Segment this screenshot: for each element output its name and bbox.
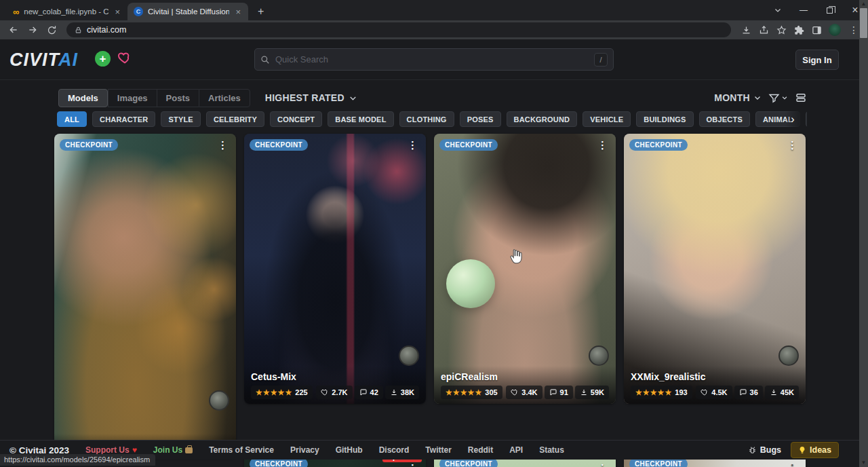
download-page-icon[interactable]: [738, 22, 754, 38]
footer-link-support-us[interactable]: Support Us♥: [85, 445, 137, 455]
card-menu-icon[interactable]: ⋮: [214, 138, 232, 153]
scroll-down-icon[interactable]: ▼: [859, 459, 868, 467]
chips-scroll-right-icon[interactable]: ›: [785, 111, 800, 127]
rating-count: 305: [485, 388, 497, 396]
chip-all[interactable]: ALL: [57, 111, 87, 127]
window-restore-button[interactable]: [816, 0, 842, 20]
rating-pill: ★★★★★193: [631, 386, 692, 399]
chip-clothing[interactable]: CLOTHING: [399, 111, 454, 127]
chip-poses[interactable]: POSES: [460, 111, 501, 127]
layout-toggle-button[interactable]: [795, 92, 807, 104]
share-icon[interactable]: [755, 22, 772, 38]
creator-avatar[interactable]: [589, 345, 609, 366]
chip-celebrity[interactable]: CELEBRITY: [206, 111, 264, 127]
quick-search-box[interactable]: /: [254, 48, 614, 71]
bug-icon: [748, 446, 757, 455]
footer-link-join-us[interactable]: Join Us: [153, 445, 193, 455]
card-menu-icon[interactable]: ⋮: [593, 138, 612, 153]
creator-avatar[interactable]: [778, 345, 799, 366]
card-menu-icon[interactable]: ⋮: [783, 461, 802, 467]
colab-icon: ∞: [13, 7, 19, 17]
footer-link-status[interactable]: Status: [539, 445, 564, 455]
sign-in-button[interactable]: Sign In: [795, 50, 839, 70]
search-shortcut-badge: /: [594, 53, 608, 67]
footer-link-api[interactable]: API: [509, 445, 523, 455]
model-type-badge: CHECKPOINT: [250, 139, 308, 151]
chip-background[interactable]: BACKGROUND: [507, 111, 578, 127]
forward-icon[interactable]: [24, 22, 41, 38]
new-tab-button[interactable]: +: [254, 5, 268, 18]
browser-status-bar: https://civitai.com/models/25694/epicrea…: [0, 454, 155, 466]
card-menu-icon[interactable]: ⋮: [593, 461, 612, 467]
chip-base-model[interactable]: BASE MODEL: [328, 111, 393, 127]
footer-link-privacy[interactable]: Privacy: [290, 445, 319, 455]
footer-links: Terms of ServicePrivacyGitHubDiscordTwit…: [209, 445, 564, 455]
comments-pill: 36: [734, 386, 763, 399]
browser-tab-strip: ∞ new_colab_file.ipynb - Colaborat × C C…: [0, 0, 868, 20]
civitai-logo[interactable]: CIVITAI: [9, 50, 78, 71]
tab-close-icon[interactable]: ×: [234, 7, 242, 17]
vertical-scrollbar[interactable]: ▲ ▼: [859, 0, 868, 467]
chip-style[interactable]: STYLE: [161, 111, 200, 127]
model-card-dreamshaper[interactable]: CHECKPOINT ⋮ DreamShaper: [54, 134, 236, 458]
bugs-link[interactable]: Bugs: [748, 445, 781, 455]
search-input[interactable]: [275, 54, 589, 64]
heart-icon: [701, 388, 709, 396]
browser-profile-avatar[interactable]: [829, 24, 841, 36]
star-icons: ★★★★★: [635, 388, 672, 397]
filters-funnel-button[interactable]: [768, 92, 788, 104]
upload-plus-button[interactable]: +: [95, 51, 111, 67]
model-name: XXMix_9realistic: [631, 371, 799, 382]
footer-link-twitter[interactable]: Twitter: [425, 445, 451, 455]
browser-tab-civitai[interactable]: C Civitai | Stable Diffusion models, ×: [127, 3, 248, 20]
reload-icon[interactable]: [43, 22, 60, 38]
rating-pill: ★★★★★225: [251, 386, 313, 399]
address-bar[interactable]: civitai.com: [66, 22, 731, 37]
side-panel-icon[interactable]: [808, 22, 825, 38]
category-chips: ALLCHARACTERSTYLECELEBRITYCONCEPTBASE MO…: [57, 111, 807, 128]
creator-avatar[interactable]: [209, 390, 229, 411]
scroll-up-icon[interactable]: ▲: [859, 0, 868, 8]
model-card-epicrealism[interactable]: CHECKPOINT ⋮ epiCRealism ★★★★★305 3.4K: [434, 134, 616, 404]
tab-images[interactable]: Images: [108, 89, 157, 107]
briefcase-icon: [185, 447, 193, 453]
tab-close-icon[interactable]: ×: [113, 7, 121, 17]
ideas-button[interactable]: Ideas: [791, 442, 839, 458]
footer-link-discord[interactable]: Discord: [379, 445, 410, 455]
window-minimize-button[interactable]: —: [791, 0, 816, 20]
creator-avatar[interactable]: [399, 345, 419, 366]
footer-link-github[interactable]: GitHub: [336, 445, 363, 455]
browser-tab-colab[interactable]: ∞ new_colab_file.ipynb - Colaborat ×: [7, 3, 127, 20]
rating-count: 225: [295, 388, 307, 396]
layout-rows-icon: [795, 92, 807, 104]
card-menu-icon[interactable]: ⋮: [403, 461, 422, 467]
chip-objects[interactable]: OBJECTS: [699, 111, 750, 127]
model-card-cetus-mix[interactable]: CHECKPOINT ⋮ Cetus-Mix ★★★★★225 2.7K: [244, 134, 426, 404]
period-dropdown[interactable]: MONTH: [714, 92, 762, 103]
scrollbar-thumb[interactable]: [860, 8, 867, 38]
chip-vehicle[interactable]: VEHICLE: [583, 111, 631, 127]
chip-concept[interactable]: CONCEPT: [270, 111, 322, 127]
extensions-puzzle-icon[interactable]: [791, 22, 807, 38]
chip-character[interactable]: CHARACTER: [92, 111, 155, 127]
tab-search-chevron-icon[interactable]: [765, 0, 791, 20]
sort-dropdown[interactable]: HIGHEST RATED: [265, 92, 357, 103]
back-icon[interactable]: [5, 22, 22, 38]
favorites-heart-icon[interactable]: [117, 50, 133, 65]
comment-icon: [549, 388, 557, 396]
tab-articles[interactable]: Articles: [199, 89, 250, 107]
bookmark-star-icon[interactable]: [773, 22, 789, 38]
chevron-down-icon: [781, 94, 788, 101]
card-menu-icon[interactable]: ⋮: [783, 138, 802, 153]
model-card-xxmix-9realistic[interactable]: CHECKPOINT ⋮ XXMix_9realistic ★★★★★193 4…: [624, 134, 806, 404]
tab-posts[interactable]: Posts: [157, 89, 199, 107]
star-icons: ★★★★★: [256, 388, 292, 397]
tab-models[interactable]: Models: [58, 89, 108, 107]
chip-buildings[interactable]: BUILDINGS: [636, 111, 693, 127]
footer-link-reddit[interactable]: Reddit: [468, 445, 493, 455]
card-menu-icon[interactable]: ⋮: [403, 138, 422, 153]
url-text: civitai.com: [87, 25, 126, 35]
model-type-badge: CHECKPOINT: [439, 139, 498, 151]
chip-tool[interactable]: TOOL: [806, 111, 807, 127]
footer-link-terms-of-service[interactable]: Terms of Service: [209, 445, 274, 455]
